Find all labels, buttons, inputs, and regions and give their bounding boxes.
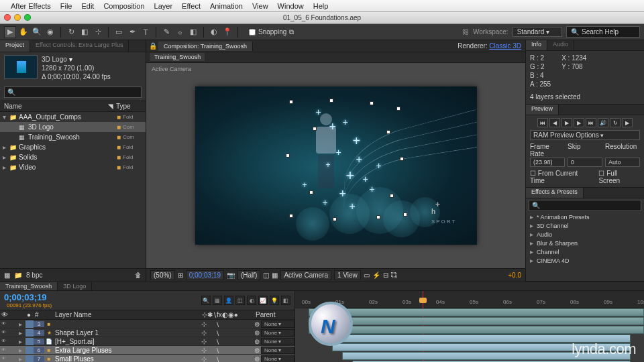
menu-effect[interactable]: Effect bbox=[182, 2, 201, 10]
menu-composition[interactable]: Composition bbox=[103, 2, 144, 10]
interpret-icon[interactable]: ▦ bbox=[4, 272, 10, 279]
first-frame-icon[interactable]: ⏮ bbox=[537, 118, 548, 127]
layer-row[interactable]: 👁▸6■Extra Large Pluses⊹∖⊚None ▾ bbox=[0, 346, 294, 355]
info-tab[interactable]: Info bbox=[526, 40, 547, 50]
project-item[interactable]: ▸📁Video■Fold bbox=[0, 162, 146, 172]
effect-controls-tab[interactable]: Effect Controls: Extra Large Plus bbox=[30, 40, 129, 52]
composition-tab[interactable]: Composition: Training_Swoosh bbox=[158, 42, 253, 51]
effects-category[interactable]: ▸* Animation Presets bbox=[529, 213, 641, 221]
flowchart-icon[interactable]: ⿻ bbox=[391, 272, 398, 279]
zoom-icon[interactable] bbox=[24, 14, 31, 21]
project-item[interactable]: ▸📁Solids■Fold bbox=[0, 152, 146, 162]
roto-tool-icon[interactable]: ◐ bbox=[208, 26, 220, 38]
grid-icon[interactable]: ⊞ bbox=[178, 272, 183, 279]
transparency-icon[interactable]: ▦ bbox=[272, 272, 278, 279]
camera-tool-icon[interactable]: ◧ bbox=[78, 26, 91, 38]
skip-input[interactable]: 0 bbox=[568, 158, 602, 167]
fast-preview-icon[interactable]: ⚡ bbox=[372, 272, 380, 279]
folder-icon[interactable]: 📁 bbox=[14, 272, 22, 279]
layer-row[interactable]: 👁▸3■⊹∖⊚None ▾ bbox=[0, 320, 294, 328]
snapping-toggle[interactable]: Snapping ⧉ bbox=[249, 28, 294, 36]
effects-category[interactable]: ▸CINEMA 4D bbox=[529, 256, 641, 265]
pin-tool-icon[interactable]: 📍 bbox=[221, 26, 233, 38]
graph-icon[interactable]: 📈 bbox=[258, 296, 268, 305]
menu-view[interactable]: View bbox=[252, 2, 268, 10]
pixel-aspect-icon[interactable]: ▭ bbox=[364, 272, 370, 279]
zoom-dropdown[interactable]: (50%) bbox=[150, 270, 175, 280]
effects-category[interactable]: ▸Audio bbox=[529, 230, 641, 239]
layer-row[interactable]: 👁▸7■Small Pluses⊹∖⊚None ▾ bbox=[0, 355, 294, 362]
ram-options-dropdown[interactable]: RAM Preview Options ▾ bbox=[530, 130, 640, 140]
preview-tab[interactable]: Preview bbox=[526, 105, 559, 115]
text-tool-icon[interactable]: T bbox=[140, 26, 152, 38]
full-screen-checkbox[interactable]: ☐ Full Screen bbox=[598, 170, 640, 184]
draft3d-icon[interactable]: ◧ bbox=[281, 296, 290, 305]
trash-icon[interactable]: 🗑 bbox=[135, 272, 142, 279]
chain-icon[interactable]: ⛓ bbox=[462, 28, 469, 36]
rotate-tool-icon[interactable]: ↻ bbox=[65, 26, 77, 38]
menu-app[interactable]: After Effects bbox=[11, 2, 51, 10]
project-item[interactable]: ▦Training_Swoosh■Com bbox=[0, 132, 146, 142]
ram-preview-icon[interactable]: ▶ bbox=[622, 118, 633, 127]
brush-tool-icon[interactable]: ✎ bbox=[160, 26, 172, 38]
last-frame-icon[interactable]: ⏭ bbox=[586, 118, 596, 127]
play-icon[interactable]: ▶ bbox=[561, 118, 572, 127]
snapshot-icon[interactable]: 📷 bbox=[227, 272, 235, 279]
minimize-icon[interactable] bbox=[14, 14, 21, 21]
lock-icon[interactable]: 🔒 bbox=[149, 42, 158, 50]
layer-row[interactable]: 👁▸4★Shape Layer 1⊹∖⊚None ▾ bbox=[0, 328, 294, 337]
menu-layer[interactable]: Layer bbox=[154, 2, 173, 10]
menu-animation[interactable]: Animation bbox=[210, 2, 243, 10]
menu-window[interactable]: Window bbox=[278, 2, 304, 10]
timeline-current-time[interactable]: 0;00;03;19 bbox=[4, 292, 52, 302]
composition-viewer[interactable]: Active Camera + + + + + + bbox=[146, 63, 525, 268]
resolution-dropdown[interactable]: (Half) bbox=[237, 270, 260, 280]
hand-tool-icon[interactable]: ✋ bbox=[17, 26, 30, 38]
motion-blur-icon[interactable]: ◐ bbox=[247, 296, 256, 305]
resolution-input[interactable]: Auto bbox=[605, 158, 640, 167]
menu-file[interactable]: File bbox=[60, 2, 72, 10]
layer-row[interactable]: 👁▸5📄[H+_Sport.ai]⊹∖⊚None ▾ bbox=[0, 337, 294, 346]
next-frame-icon[interactable]: ▶ bbox=[574, 118, 584, 127]
menu-edit[interactable]: Edit bbox=[81, 2, 94, 10]
effects-category[interactable]: ▸3D Channel bbox=[529, 221, 641, 230]
roi-icon[interactable]: ◫ bbox=[263, 272, 269, 279]
effects-category[interactable]: ▸Blur & Sharpen bbox=[529, 239, 641, 247]
workspace-dropdown[interactable]: Standard ▾ bbox=[513, 27, 562, 37]
timeline-tab-2[interactable]: 3D Logo bbox=[58, 282, 92, 290]
timeline-tab-1[interactable]: Training_Swoosh bbox=[0, 282, 58, 290]
from-current-checkbox[interactable]: ☐ From Current Time bbox=[530, 170, 593, 184]
loop-icon[interactable]: ↻ bbox=[610, 118, 621, 127]
search-help-input[interactable]: 🔍 Search Help bbox=[566, 26, 640, 38]
snapping-checkbox[interactable] bbox=[249, 29, 256, 36]
project-tab[interactable]: Project bbox=[0, 40, 30, 52]
shape-tool-icon[interactable]: ▭ bbox=[113, 26, 125, 38]
comp-breadcrumb[interactable]: Training_Swoosh bbox=[150, 53, 205, 61]
prev-frame-icon[interactable]: ◀ bbox=[549, 118, 560, 127]
view-dropdown[interactable]: 1 View bbox=[334, 270, 361, 280]
exposure-value[interactable]: +0.0 bbox=[508, 272, 521, 279]
shy-icon[interactable]: 👤 bbox=[224, 296, 233, 305]
project-item[interactable]: ▾📁AAA_Output_Comps■Fold bbox=[0, 112, 146, 122]
effects-presets-tab[interactable]: Effects & Presets bbox=[526, 188, 584, 198]
pen-tool-icon[interactable]: ✒ bbox=[126, 26, 138, 38]
canvas[interactable]: + + + + + + + + + + + + + + + bbox=[195, 86, 477, 245]
comp-mini-icon[interactable]: ▦ bbox=[213, 296, 222, 305]
close-icon[interactable] bbox=[4, 14, 11, 21]
menu-help[interactable]: Help bbox=[313, 2, 329, 10]
search-icon[interactable]: 🔍 bbox=[201, 296, 211, 305]
project-item[interactable]: ▦3D Logo■Com bbox=[0, 122, 146, 132]
camera-dropdown[interactable]: Active Camera bbox=[280, 270, 331, 280]
project-search-input[interactable]: 🔍 bbox=[4, 86, 142, 98]
effects-category[interactable]: ▸Channel bbox=[529, 247, 641, 256]
renderer-link[interactable]: Classic 3D bbox=[489, 42, 521, 50]
project-item[interactable]: ▸📁Graphics■Fold bbox=[0, 142, 146, 152]
effects-search-input[interactable]: 🔍 bbox=[529, 200, 641, 211]
timeline-icon[interactable]: ⊟ bbox=[383, 272, 388, 279]
selection-tool-icon[interactable]: ▶ bbox=[4, 26, 16, 38]
eraser-tool-icon[interactable]: ◧ bbox=[187, 26, 199, 38]
bpc-toggle[interactable]: 8 bpc bbox=[26, 272, 42, 279]
anchor-tool-icon[interactable]: ⊹ bbox=[92, 26, 104, 38]
orbit-tool-icon[interactable]: ◉ bbox=[44, 26, 56, 38]
brainstorm-icon[interactable]: 💡 bbox=[270, 296, 279, 305]
